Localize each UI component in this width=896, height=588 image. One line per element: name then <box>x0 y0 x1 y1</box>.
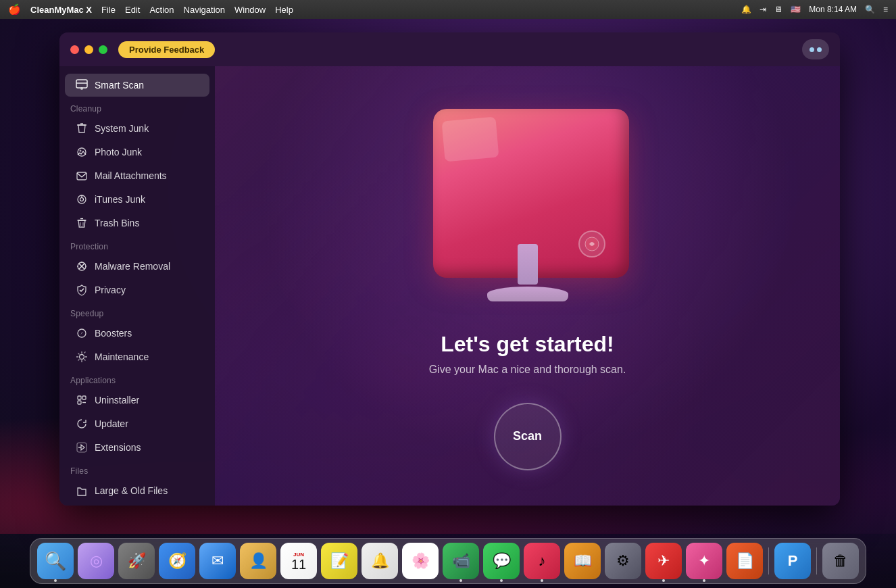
dock: 🔍 ◎ 🚀 🧭 ✉ 👤 <box>0 533 896 588</box>
sidebar-item-mail-attachments[interactable]: Mail Attachments <box>65 164 209 187</box>
main-title: Let's get started! <box>441 332 614 357</box>
smart-scan-icon <box>76 79 88 91</box>
section-label-files: Files <box>59 460 215 479</box>
large-old-files-icon <box>76 485 88 497</box>
dock-app-facetime[interactable]: 📹 <box>443 543 479 579</box>
dock-app-notes[interactable]: 📝 <box>321 543 357 579</box>
dock-dot-cleanmymac <box>703 579 705 582</box>
extensions-label: Extensions <box>95 442 141 453</box>
privacy-icon <box>76 284 88 296</box>
dock-app-proxyman[interactable]: P <box>774 543 811 579</box>
svg-marker-22 <box>80 330 83 335</box>
dock-app-reminders[interactable]: 🔔 <box>362 543 398 579</box>
dock-app-pdf-editor[interactable]: 📄 <box>726 543 763 579</box>
dock-separator <box>768 547 769 574</box>
dock-app-finder[interactable]: 🔍 <box>37 543 74 579</box>
malware-removal-icon <box>76 260 88 272</box>
dock-inner: 🔍 ◎ 🚀 🧭 ✉ 👤 <box>30 538 866 584</box>
svg-rect-0 <box>76 80 87 88</box>
search-icon[interactable]: 🔍 <box>865 5 875 14</box>
menu-file[interactable]: File <box>101 5 116 15</box>
section-label-protection: Protection <box>59 235 215 254</box>
sysprefs-icon: ⚙ <box>616 552 630 570</box>
control-center-icon[interactable]: ≡ <box>883 5 888 14</box>
mail-icon: ✉ <box>211 552 224 570</box>
cleanmymac-icon: ✦ <box>698 552 710 570</box>
dock-app-system-preferences[interactable]: ⚙ <box>605 543 641 579</box>
menubar: 🍎 CleanMyMac X File Edit Action Navigati… <box>0 0 896 19</box>
dock-app-mail[interactable]: ✉ <box>199 543 236 579</box>
extensions-icon <box>76 441 88 454</box>
dot-icon-1 <box>810 47 814 52</box>
menu-edit[interactable]: Edit <box>125 5 140 15</box>
itunes-junk-icon <box>76 193 88 205</box>
app-name[interactable]: CleanMyMac X <box>30 5 92 15</box>
dock-app-trash[interactable]: 🗑 <box>822 543 859 579</box>
menu-navigation[interactable]: Navigation <box>184 5 225 15</box>
sidebar-item-updater[interactable]: Updater <box>65 412 209 435</box>
maximize-button[interactable] <box>99 45 107 54</box>
sidebar-item-large-old-files[interactable]: Large & Old Files <box>65 479 209 502</box>
airplay-icon[interactable]: ⇥ <box>760 5 766 14</box>
sidebar-item-boosters[interactable]: Boosters <box>65 322 209 345</box>
apple-menu[interactable]: 🍎 <box>8 3 21 16</box>
notification-icon[interactable]: 🔔 <box>741 5 751 14</box>
privacy-label: Privacy <box>95 285 126 295</box>
sidebar-item-maintenance[interactable]: Maintenance <box>65 345 209 368</box>
sidebar-item-photo-junk[interactable]: Photo Junk <box>65 141 209 164</box>
close-button[interactable] <box>70 45 79 54</box>
dock-app-messages[interactable]: 💬 <box>483 543 520 579</box>
dock-app-cleanmymac[interactable]: ✦ <box>686 543 722 579</box>
sidebar-item-smart-scan[interactable]: Smart Scan <box>65 74 209 97</box>
uninstaller-icon <box>76 394 88 406</box>
photo-junk-label: Photo Junk <box>95 147 142 157</box>
launchpad-icon: 🚀 <box>128 552 146 570</box>
scan-button[interactable]: Scan <box>494 403 562 470</box>
app-body: Smart Scan Cleanup System Junk <box>59 66 840 506</box>
airmail-icon: ✈ <box>657 552 670 570</box>
mac-illustration <box>406 102 649 318</box>
sidebar-item-privacy[interactable]: Privacy <box>65 278 209 301</box>
sidebar-item-malware-removal[interactable]: Malware Removal <box>65 255 209 278</box>
mail-attachments-label: Mail Attachments <box>95 170 167 181</box>
sidebar-item-uninstaller[interactable]: Uninstaller <box>65 389 209 412</box>
sidebar-item-itunes-junk[interactable]: iTunes Junk <box>65 188 209 211</box>
finder-icon: 🔍 <box>45 551 66 572</box>
music-icon: ♪ <box>539 552 546 570</box>
boosters-icon <box>76 327 88 339</box>
proxyman-icon: P <box>788 552 798 570</box>
svg-rect-7 <box>77 172 86 180</box>
svg-point-2 <box>80 87 83 90</box>
dock-app-safari[interactable]: 🧭 <box>159 543 195 579</box>
dock-app-siri[interactable]: ◎ <box>78 543 114 579</box>
display-icon[interactable]: 🖥 <box>774 5 782 14</box>
svg-point-9 <box>80 198 84 201</box>
menu-help[interactable]: Help <box>275 5 293 15</box>
sidebar-item-extensions[interactable]: Extensions <box>65 436 209 459</box>
sidebar-item-trash-bins[interactable]: Trash Bins <box>65 212 209 235</box>
monitor-stand-base <box>487 287 568 301</box>
menu-action[interactable]: Action <box>149 5 174 15</box>
menubar-right: 🔔 ⇥ 🖥 🇺🇸 Mon 8:14 AM 🔍 ≡ <box>741 5 888 14</box>
dock-app-music[interactable]: ♪ <box>524 543 560 579</box>
app-window: Provide Feedback <box>59 32 840 506</box>
dot-icon-2 <box>817 47 822 52</box>
feedback-button[interactable]: Provide Feedback <box>118 41 215 58</box>
header-menu-button[interactable] <box>802 39 829 59</box>
dock-dot-facetime <box>459 579 462 582</box>
menu-window[interactable]: Window <box>234 5 266 15</box>
boosters-label: Boosters <box>95 328 132 339</box>
sidebar-item-shredder[interactable]: Shredder <box>65 503 209 506</box>
minimize-button[interactable] <box>84 45 93 54</box>
dock-app-photos[interactable]: 🌸 <box>402 543 439 579</box>
flag-icon[interactable]: 🇺🇸 <box>791 5 801 14</box>
dock-app-launchpad[interactable]: 🚀 <box>118 543 155 579</box>
dock-app-contacts[interactable]: 👤 <box>240 543 276 579</box>
dock-app-books[interactable]: 📖 <box>564 543 601 579</box>
maintenance-label: Maintenance <box>95 351 149 362</box>
sidebar-item-system-junk[interactable]: System Junk <box>65 117 209 140</box>
trash-bins-icon <box>76 217 88 229</box>
section-label-applications: Applications <box>59 369 215 388</box>
dock-app-airmail[interactable]: ✈ <box>645 543 682 579</box>
dock-app-calendar[interactable]: JUN 11 <box>280 543 317 579</box>
